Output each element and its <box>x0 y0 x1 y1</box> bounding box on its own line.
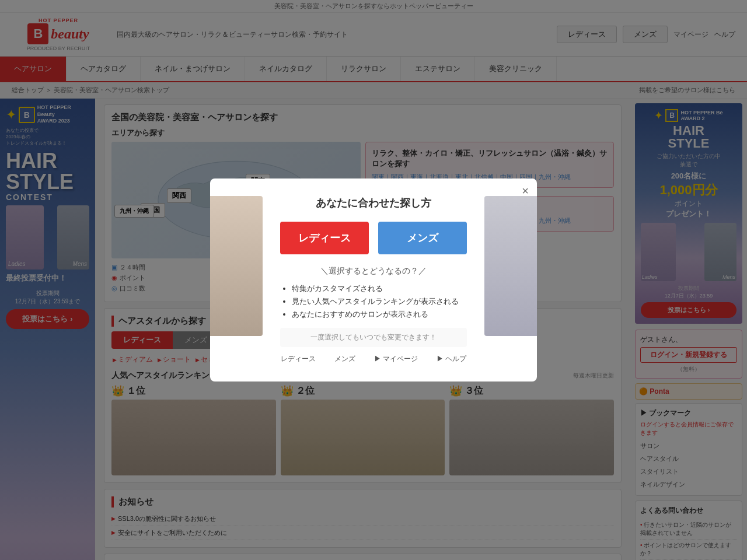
modal-benefit-3: あなたにおすすめのサロンが表示される <box>292 309 467 320</box>
modal-note: 一度選択してもいつでも変更できます！ <box>280 328 467 347</box>
modal-question: ＼選択するとどうなるの？／ <box>280 266 467 276</box>
modal-mens-button[interactable]: メンズ <box>378 222 467 254</box>
modal-person-right <box>484 196 537 336</box>
modal-title: あなたに合わせた探し方 <box>280 196 467 210</box>
modal-link-mypage[interactable]: ▶ マイページ <box>374 354 418 364</box>
modal-link-help[interactable]: ▶ ヘルプ <box>437 354 466 364</box>
modal-gender-buttons: レディース メンズ <box>280 222 467 254</box>
modal-benefit-1: 特集がカスタマイズされる <box>292 284 467 294</box>
modal-inner: × あなたに合わせた探し方 レディース メンズ ＼選択するとどうなるの？／ 特集… <box>280 196 467 364</box>
modal-dialog: × あなたに合わせた探し方 レディース メンズ ＼選択するとどうなるの？／ 特集… <box>210 178 537 382</box>
modal-overlay[interactable]: × あなたに合わせた探し方 レディース メンズ ＼選択するとどうなるの？／ 特集… <box>0 0 747 560</box>
modal-link-mens[interactable]: メンズ <box>334 354 355 364</box>
modal-ladies-button[interactable]: レディース <box>280 222 369 254</box>
modal-link-ladies[interactable]: レディース <box>281 354 316 364</box>
modal-person-left <box>210 196 263 336</box>
modal-close-button[interactable]: × <box>522 184 529 198</box>
modal-bottom-links: レディース メンズ ▶ マイページ ▶ ヘルプ <box>280 354 467 364</box>
modal-benefit-2: 見たい人気ヘアスタイルランキングが表示される <box>292 296 467 307</box>
modal-benefits: 特集がカスタマイズされる 見たい人気ヘアスタイルランキングが表示される あなたに… <box>280 284 467 320</box>
